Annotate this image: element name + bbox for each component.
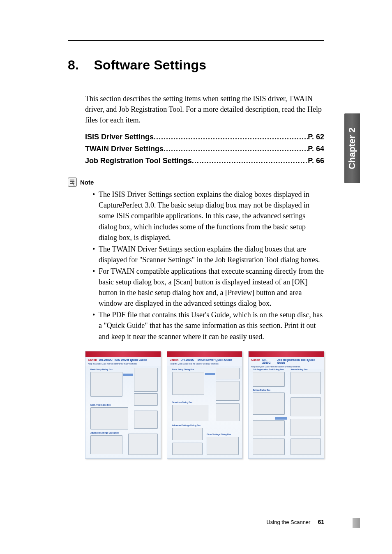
note-heading: Note	[68, 178, 324, 187]
brand-label: Canon	[170, 358, 179, 361]
thumb-section-title: Editing Dialog Box	[253, 389, 270, 391]
thumb-title: TWAIN Driver Quick Guide	[196, 358, 233, 361]
note-list: The ISIS Driver Settings section explain…	[92, 189, 324, 342]
toc-row[interactable]: Job Registration Tool Settings .........…	[85, 157, 324, 165]
note-item: The ISIS Driver Settings section explain…	[92, 189, 324, 242]
toc-label: TWAIN Driver Settings	[85, 145, 164, 153]
dialog-panel	[90, 372, 122, 397]
thumb-title: Job Registration Tool Quick Guide	[277, 358, 321, 364]
model-label: DR-2580C	[180, 358, 194, 361]
thumb-section-title: Other Settings Dialog Box	[207, 434, 231, 436]
dialog-panel	[172, 428, 203, 440]
dialog-panel	[291, 397, 321, 416]
note-icon	[68, 178, 77, 187]
note-item: The PDF file that contains this User's G…	[92, 309, 324, 342]
dialog-panel	[172, 443, 203, 455]
dialog-panel	[216, 403, 240, 421]
dialog-panel	[134, 368, 158, 392]
dialog-panel	[216, 381, 240, 401]
model-label: DR-2580C	[262, 358, 275, 364]
arrow-icon	[205, 373, 215, 375]
page-footer: Using the Scanner 61	[68, 519, 324, 525]
dialog-panel	[128, 434, 158, 455]
thumb-header-stripe	[249, 351, 324, 357]
thumb-section-title: Basic Setup Dialog Box	[172, 369, 194, 371]
dialog-panel	[134, 393, 158, 406]
toc-row[interactable]: ISIS Driver Settings ...................…	[85, 133, 324, 141]
thumb-section-title: Advanced Settings Dialog Box	[90, 432, 119, 434]
dialog-panel	[291, 439, 321, 455]
dialog-panel	[291, 419, 321, 436]
thumb-sub: Keep this Quick Guide near the scanner f…	[249, 365, 324, 369]
toc-dots: ........................................…	[164, 145, 308, 153]
quick-guide-twain: Canon DR-2580C TWAIN Driver Quick Guide …	[167, 351, 243, 459]
thumb-header-stripe	[85, 351, 161, 357]
thumb-sub: Keep this Quick Guide near the scanner f…	[167, 362, 242, 366]
toc-label: Job Registration Tool Settings	[85, 157, 192, 165]
arrow-icon	[275, 417, 287, 420]
dialog-panel	[172, 372, 204, 395]
brand-label: Canon	[251, 358, 260, 361]
dialog-panel	[291, 372, 321, 394]
arrow-icon	[123, 374, 133, 376]
thumb-section-title: Job Registration Tool Dialog Box	[253, 369, 284, 371]
dialog-panel	[216, 368, 240, 379]
toc-label: ISIS Driver Settings	[85, 133, 154, 141]
quick-guide-isis: Canon DR-2580C ISIS Driver Quick Guide K…	[85, 351, 161, 459]
dialog-panel	[207, 437, 239, 455]
thumb-section-title: Scan Area Dialog Box	[172, 402, 193, 404]
dialog-panel	[253, 372, 285, 387]
toc-page: P. 62	[308, 133, 324, 141]
toc-page: P. 64	[308, 145, 324, 153]
note-label: Note	[80, 179, 94, 186]
chapter-side-tab: Chapter 2	[344, 113, 360, 183]
thumb-section-title: Admin Dialog Box	[291, 369, 307, 371]
thumb-section-title: Basic Setup Dialog Box	[90, 369, 113, 371]
toc-dots: ........................................…	[154, 133, 308, 141]
toc-page: P. 66	[308, 157, 324, 165]
toc-row[interactable]: TWAIN Driver Settings ..................…	[85, 145, 324, 153]
chapter-number: 8.	[68, 58, 79, 72]
quick-guide-job-registration: Canon DR-2580C Job Registration Tool Qui…	[248, 351, 324, 459]
footer-page-number: 61	[318, 519, 324, 525]
brand-label: Canon	[88, 358, 97, 361]
dialog-panel	[172, 405, 208, 421]
thumb-sub: Keep this Quick Guide near the scanner f…	[85, 362, 161, 366]
thumb-titlebar: Canon DR-2580C ISIS Driver Quick Guide	[85, 357, 161, 362]
top-rule	[68, 40, 324, 41]
thumb-titlebar: Canon DR-2580C TWAIN Driver Quick Guide	[167, 357, 242, 362]
intro-paragraph: This section describes the setting items…	[85, 93, 324, 125]
note-item: For TWAIN compatible applications that e…	[92, 266, 324, 309]
thumb-section-title: Scan Area Dialog Box	[90, 404, 111, 406]
chapter-side-tab-text: Chapter 2	[347, 127, 357, 169]
thumb-title: ISIS Driver Quick Guide	[115, 358, 147, 361]
footer-stripe	[353, 518, 360, 528]
thumb-titlebar: Canon DR-2580C Job Registration Tool Qui…	[249, 357, 324, 365]
dialog-panel	[253, 420, 285, 436]
dialog-panel	[253, 392, 285, 415]
dialog-panel	[90, 407, 128, 429]
content-area: 8. Software Settings This section descri…	[68, 58, 324, 459]
note-item: The TWAIN Driver Settings section explai…	[92, 244, 324, 265]
dialog-panel	[134, 411, 158, 429]
footer-section: Using the Scanner	[266, 519, 310, 525]
thumb-section-title: Advanced Settings Dialog Box	[172, 425, 201, 427]
chapter-title: 8. Software Settings	[68, 58, 324, 73]
dialog-panel	[90, 435, 122, 454]
chapter-name: Software Settings	[94, 58, 206, 72]
thumb-header-stripe	[167, 351, 242, 357]
toc: ISIS Driver Settings ...................…	[85, 133, 324, 165]
toc-dots: ........................................…	[192, 157, 308, 165]
dialog-panel	[253, 439, 285, 455]
quick-guide-thumbnails: Canon DR-2580C ISIS Driver Quick Guide K…	[85, 351, 324, 459]
model-label: DR-2580C	[99, 358, 113, 361]
